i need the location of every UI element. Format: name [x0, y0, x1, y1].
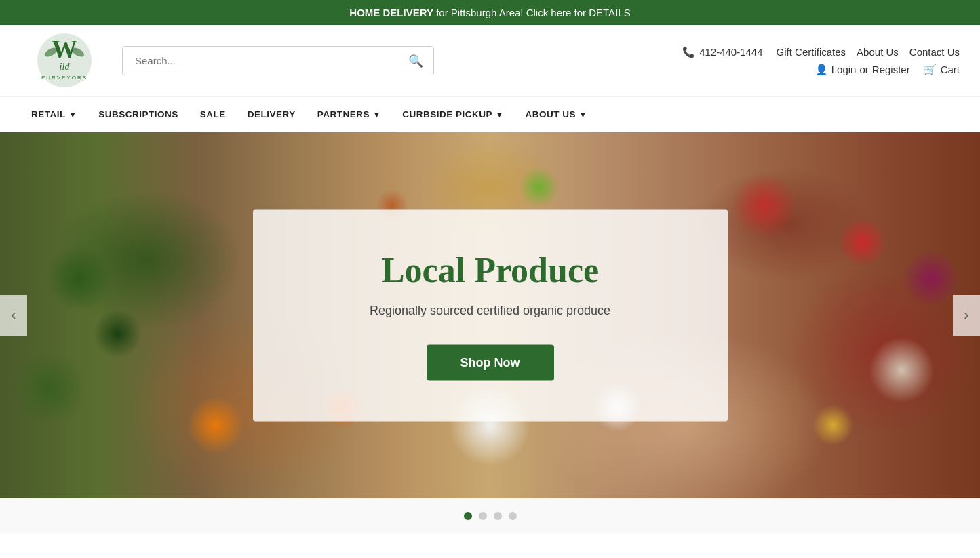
nav-curbside-link[interactable]: CURBSIDE PICKUP ▼: [391, 97, 514, 132]
svg-text:ild: ild: [60, 62, 71, 72]
main-nav: RETAIL ▼ SUBSCRIPTIONS SALE DELIVERY PAR…: [0, 96, 980, 132]
slider-dot-4[interactable]: [509, 512, 517, 520]
svg-text:PURVEYORS: PURVEYORS: [41, 75, 87, 81]
hero-subtitle: Regionally sourced certified organic pro…: [307, 304, 673, 318]
hero-slider: ‹ Local Produce Regionally sourced certi…: [0, 132, 980, 498]
nav-sale-link[interactable]: SALE: [189, 97, 237, 132]
header-top-right: 📞 412-440-1444 Gift Certificates About U…: [682, 46, 960, 58]
phone-number: 412-440-1444: [699, 46, 762, 58]
slider-dots: [0, 498, 980, 534]
about-us-header-link[interactable]: About Us: [857, 46, 899, 58]
nav-item-delivery: DELIVERY: [237, 97, 307, 132]
header-bottom-right: 👤 Login or Register 🛒 Cart: [815, 64, 960, 76]
search-icon: 🔍: [408, 54, 423, 68]
chevron-right-icon: ›: [964, 306, 968, 324]
gift-certificates-link[interactable]: Gift Certificates: [777, 46, 846, 58]
logo: W ild PURVEYORS: [20, 32, 109, 89]
nav-delivery-link[interactable]: DELIVERY: [237, 97, 307, 132]
nav-item-partners: PARTNERS ▼: [307, 97, 392, 132]
chevron-down-icon: ▼: [373, 111, 380, 119]
hero-card: Local Produce Regionally sourced certifi…: [253, 210, 728, 422]
contact-us-header-link[interactable]: Contact Us: [909, 46, 960, 58]
announcement-bar: HOME DELIVERY for Pittsburgh Area! Click…: [0, 0, 980, 25]
user-icon: 👤: [815, 64, 828, 76]
logo-link[interactable]: W ild PURVEYORS: [20, 32, 109, 89]
nav-list: RETAIL ▼ SUBSCRIPTIONS SALE DELIVERY PAR…: [20, 97, 960, 132]
chevron-down-icon: ▼: [579, 111, 587, 119]
nav-item-about: ABOUT US ▼: [515, 97, 598, 132]
nav-item-curbside: CURBSIDE PICKUP ▼: [391, 97, 514, 132]
phone-icon: 📞: [682, 46, 695, 58]
slider-next-button[interactable]: ›: [953, 295, 980, 336]
header-right: 📞 412-440-1444 Gift Certificates About U…: [682, 46, 960, 76]
hero-title: Local Produce: [307, 250, 673, 290]
shop-now-button[interactable]: Shop Now: [427, 345, 554, 381]
header: W ild PURVEYORS 🔍 📞 41: [0, 25, 980, 96]
header-left: W ild PURVEYORS 🔍: [20, 32, 434, 89]
login-link[interactable]: Login: [831, 64, 857, 75]
chevron-down-icon: ▼: [496, 111, 503, 119]
auth-links: 👤 Login or Register: [815, 64, 910, 76]
slider-prev-button[interactable]: ‹: [0, 295, 27, 336]
nav-subscriptions-link[interactable]: SUBSCRIPTIONS: [87, 97, 189, 132]
nav-item-subscriptions: SUBSCRIPTIONS: [87, 97, 189, 132]
nav-item-retail: RETAIL ▼: [20, 97, 87, 132]
auth-separator: or: [859, 64, 868, 75]
phone-link[interactable]: 📞 412-440-1444: [682, 46, 762, 58]
header-links: Gift Certificates About Us Contact Us: [777, 46, 960, 58]
slider-dot-2[interactable]: [479, 512, 487, 520]
search-button[interactable]: 🔍: [405, 50, 427, 72]
slider-dot-1[interactable]: [464, 512, 472, 520]
nav-about-link[interactable]: ABOUT US ▼: [515, 97, 598, 132]
logo-svg: W ild PURVEYORS: [20, 32, 109, 89]
chevron-left-icon: ‹: [11, 306, 16, 324]
cart-label: Cart: [941, 64, 960, 75]
nav-partners-link[interactable]: PARTNERS ▼: [307, 97, 392, 132]
register-link[interactable]: Register: [872, 64, 910, 75]
announcement-highlight: HOME DELIVERY: [349, 7, 433, 18]
cart-icon: 🛒: [924, 64, 937, 76]
nav-retail-link[interactable]: RETAIL ▼: [20, 97, 87, 132]
cart-link[interactable]: 🛒 Cart: [924, 64, 960, 76]
slider-dot-3[interactable]: [494, 512, 502, 520]
search-input[interactable]: [130, 47, 405, 75]
chevron-down-icon: ▼: [69, 111, 77, 119]
search-bar: 🔍: [122, 46, 434, 75]
nav-item-sale: SALE: [189, 97, 237, 132]
announcement-text: for Pittsburgh Area! Click here for DETA…: [436, 7, 631, 18]
